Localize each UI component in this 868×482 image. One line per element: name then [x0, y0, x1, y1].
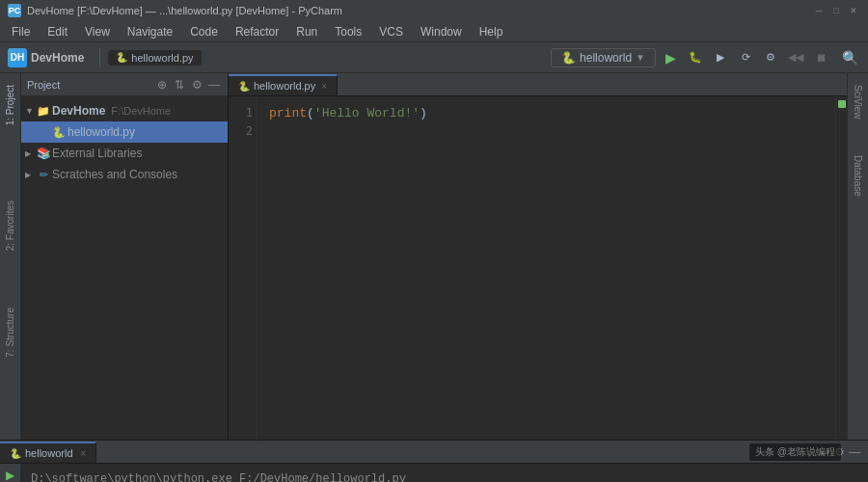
close-button[interactable]: ✕ — [847, 4, 860, 17]
debug-button[interactable]: 🐛 — [685, 47, 706, 68]
python-file-icon: 🐍 — [116, 52, 127, 63]
tab-database[interactable]: Database — [851, 147, 865, 204]
project-add-button[interactable]: ⊕ — [154, 77, 170, 93]
run-restart-button[interactable]: ▶ — [3, 468, 18, 482]
toolbar-separator — [99, 48, 100, 67]
menu-edit[interactable]: Edit — [40, 23, 75, 40]
run-output: D:\software\python\python.exe F:/DevHome… — [21, 464, 868, 482]
project-panel: Project ⊕ ⇅ ⚙ — ▼ 📁 DevHome F:\DevHome 🐍 — [21, 73, 229, 440]
menu-tools[interactable]: Tools — [327, 23, 369, 40]
menu-refactor[interactable]: Refactor — [228, 23, 286, 40]
stop-button[interactable]: ◼ — [810, 47, 831, 68]
run-tab-label: helloworld — [25, 447, 73, 459]
menu-file[interactable]: File — [4, 23, 38, 40]
tab-sciview[interactable]: SciView — [851, 77, 865, 126]
menu-run[interactable]: Run — [288, 23, 325, 40]
project-panel-actions: ⊕ ⇅ ⚙ — — [154, 77, 222, 93]
run-command-line: D:\software\python\python.exe F:/DevHome… — [31, 469, 858, 482]
profile-button[interactable]: ⟳ — [735, 47, 756, 68]
editor-tab-label: helloworld.py — [254, 80, 315, 92]
tab-project[interactable]: 1: Project — [3, 77, 17, 133]
tree-item-helloworld[interactable]: 🐍 helloworld.py — [21, 121, 228, 143]
run-settings-icon: ⚙ — [834, 445, 845, 459]
project-panel-header: Project ⊕ ⇅ ⚙ — — [21, 73, 228, 96]
run-configuration[interactable]: 🐍 helloworld ▼ — [551, 48, 656, 67]
editor-content: 1 2 print('Hello World!') — [229, 96, 847, 440]
tree-item-scratches[interactable]: ▶ ✏ Scratches and Consoles — [21, 164, 228, 185]
tree-item-devhome[interactable]: ▼ 📁 DevHome F:\DevHome — [21, 100, 228, 121]
run-content: ▶ ↑ ↓ ⏸ ↩ D:\software\python\python.exe … — [0, 464, 868, 482]
project-tree: ▼ 📁 DevHome F:\DevHome 🐍 helloworld.py ▶… — [21, 96, 228, 440]
main-toolbar: DH DevHome 🐍 helloworld.py 🐍 helloworld … — [0, 42, 868, 73]
menu-vcs[interactable]: VCS — [371, 23, 411, 40]
editor-tab-icon: 🐍 — [238, 81, 250, 92]
run-minimize-icon: — — [849, 445, 860, 459]
tab-structure[interactable]: 7: Structure — [3, 300, 17, 365]
build-button[interactable]: ⚙ — [760, 47, 781, 68]
run-config-icon: 🐍 — [561, 51, 576, 65]
code-line-2 — [269, 124, 824, 145]
tree-item-external-libs[interactable]: ▶ 📚 External Libraries — [21, 143, 228, 164]
prev-button[interactable]: ◀◀ — [785, 47, 806, 68]
main-area: 1: Project 2: Favorites 7: Structure Pro… — [0, 73, 868, 440]
title-bar: PC DevHome [F:\DevHome] — ...\helloworld… — [0, 0, 868, 21]
toolbar-filename: helloworld.py — [131, 52, 193, 64]
tree-label-extlibs: External Libraries — [52, 147, 142, 160]
app-icon: PC — [8, 4, 21, 17]
tree-path-devhome: F:\DevHome — [111, 105, 171, 117]
window-title: DevHome [F:\DevHome] — ...\helloworld.py… — [27, 5, 806, 16]
run-button[interactable]: ▶ — [660, 47, 681, 68]
menu-bar: File Edit View Navigate Code Refactor Ru… — [0, 21, 868, 42]
devhome-logo: DH DevHome — [8, 48, 84, 67]
menu-navigate[interactable]: Navigate — [120, 23, 180, 40]
tree-label-devhome: DevHome — [52, 104, 105, 118]
run-control-icons: ▶ ↑ ↓ ⏸ ↩ — [0, 464, 21, 482]
project-collapse-button[interactable]: — — [206, 77, 222, 93]
left-panel-tabs: 1: Project 2: Favorites 7: Structure — [0, 73, 21, 440]
run-config-name: helloworld — [580, 51, 632, 65]
menu-help[interactable]: Help — [472, 23, 511, 40]
run-tab-close[interactable]: × — [81, 448, 87, 459]
line-number-2: 2 — [232, 122, 253, 141]
devhome-label: DevHome — [31, 51, 84, 65]
tree-arrow-devhome: ▼ — [25, 106, 35, 116]
right-gutter — [835, 96, 847, 440]
tree-arrow-extlibs: ▶ — [25, 149, 35, 158]
project-settings-button[interactable]: ⚙ — [189, 77, 204, 93]
toolbar-file-tab[interactable]: 🐍 helloworld.py — [108, 50, 201, 66]
run-config-arrow: ▼ — [636, 52, 645, 63]
external-libs-icon: 📚 — [37, 147, 50, 160]
run-panel: 🐍 helloworld × ⚙ — ▶ ↑ ↓ ⏸ ↩ D:\software… — [0, 440, 868, 482]
menu-window[interactable]: Window — [413, 23, 470, 40]
tree-arrow-scratches: ▶ — [25, 171, 35, 179]
run-tabs: 🐍 helloworld × ⚙ — — [0, 441, 868, 464]
tree-label-helloworld: helloworld.py — [68, 125, 135, 139]
project-panel-title: Project — [27, 79, 60, 91]
menu-code[interactable]: Code — [182, 23, 226, 40]
editor-tab-close[interactable]: × — [321, 81, 327, 92]
maximize-button[interactable]: □ — [829, 4, 843, 17]
close-paren: ) — [420, 106, 427, 120]
run-tab-icon: 🐍 — [10, 448, 21, 459]
run-settings[interactable]: ⚙ — — [830, 442, 864, 463]
menu-view[interactable]: View — [77, 23, 118, 40]
window-controls: ─ □ ✕ — [812, 4, 860, 17]
project-scroll-button[interactable]: ⇅ — [172, 77, 187, 93]
run-tab-helloworld[interactable]: 🐍 helloworld × — [0, 442, 96, 463]
code-editor[interactable]: print('Hello World!') — [258, 96, 835, 440]
tree-label-scratches: Scratches and Consoles — [52, 168, 177, 181]
editor-area: 🐍 helloworld.py × 1 2 print('Hello World… — [229, 73, 847, 440]
line-number-1: 1 — [232, 104, 253, 122]
editor-tabs: 🐍 helloworld.py × — [229, 73, 847, 96]
right-panel-tabs: SciView Database — [847, 73, 868, 440]
coverage-button[interactable]: ▶ — [710, 47, 731, 68]
search-everywhere-button[interactable]: 🔍 — [839, 47, 860, 68]
line-numbers: 1 2 — [229, 96, 258, 440]
scratches-icon: ✏ — [37, 168, 50, 181]
keyword-print: print — [269, 106, 307, 120]
tab-favorites[interactable]: 2: Favorites — [3, 193, 17, 258]
editor-tab-helloworld[interactable]: 🐍 helloworld.py × — [229, 74, 338, 95]
devhome-icon: DH — [8, 48, 27, 67]
minimize-button[interactable]: ─ — [812, 4, 826, 17]
string-hello-world: 'Hello World!' — [314, 106, 420, 120]
